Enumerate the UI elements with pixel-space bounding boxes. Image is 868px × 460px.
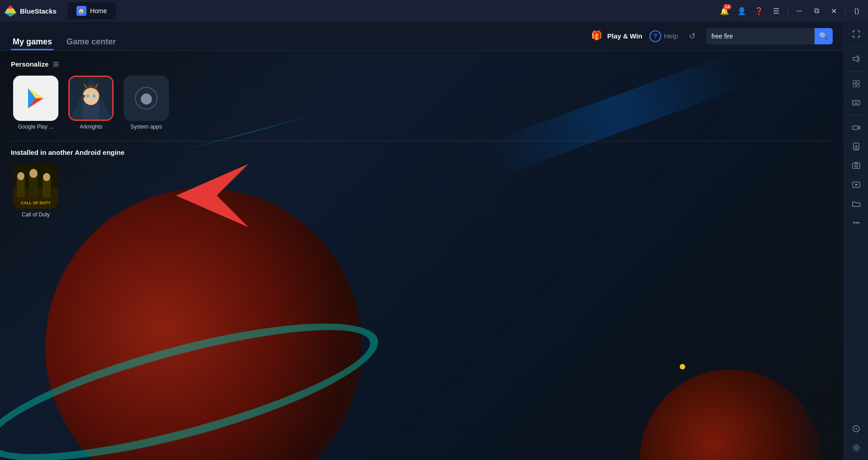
call-of-duty-icon-svg: CALL OF DUTY xyxy=(13,163,58,209)
bg-planet-ring xyxy=(0,296,390,460)
topbar-tabs: My games Game center xyxy=(11,22,129,50)
help-button[interactable]: ❓ xyxy=(751,3,767,19)
home-tab[interactable]: 🏠 Home xyxy=(67,2,116,19)
play-win-label: Play & Win xyxy=(607,32,642,40)
svg-text:CALL OF DUTY: CALL OF DUTY xyxy=(21,201,51,205)
play-win-button[interactable]: 🎁 Play & Win xyxy=(591,30,642,43)
game-item-call-of-duty[interactable]: CALL OF DUTY Call of Duty xyxy=(11,163,61,218)
game-icon-arknights xyxy=(68,76,114,121)
games-grid: Google Play ... xyxy=(11,76,171,130)
select-icon xyxy=(852,80,860,88)
game-item-system-apps[interactable]: ⬤ System apps xyxy=(121,76,171,130)
svg-rect-45 xyxy=(855,162,858,163)
games-section: Google Play ... xyxy=(11,76,171,134)
settings-sidebar-button[interactable] xyxy=(848,439,865,456)
svg-point-20 xyxy=(17,172,24,180)
keyboard-sidebar-button[interactable] xyxy=(848,94,865,111)
other-android-label: Installed in another Android engine xyxy=(11,149,124,156)
svg-rect-32 xyxy=(853,101,860,105)
search-button[interactable]: 🔍 xyxy=(815,28,833,44)
minimize-button[interactable]: ─ xyxy=(792,3,807,19)
help-info-button[interactable]: ? Help xyxy=(649,30,678,42)
refresh-button[interactable]: ↺ xyxy=(685,29,699,43)
bg-yellow-dot xyxy=(680,364,685,369)
gear-icon xyxy=(852,444,860,452)
help-label: Help xyxy=(664,32,678,40)
game-icon-system-apps: ⬤ xyxy=(124,76,169,121)
svg-rect-29 xyxy=(857,81,859,83)
folder-icon xyxy=(852,200,860,208)
svg-point-48 xyxy=(853,222,855,224)
tab-game-center[interactable]: Game center xyxy=(65,22,118,50)
svg-point-22 xyxy=(29,169,38,178)
folder-sidebar-button[interactable] xyxy=(848,195,865,212)
app-logo[interactable]: BlueStacks xyxy=(4,4,57,18)
google-play-icon xyxy=(24,86,48,110)
svg-rect-31 xyxy=(857,84,859,87)
game-label-call-of-duty: Call of Duty xyxy=(22,211,50,218)
expand-arrows-icon xyxy=(852,30,860,38)
svg-point-14 xyxy=(93,95,95,98)
home-tab-label: Home xyxy=(90,7,107,14)
search-input[interactable] xyxy=(706,33,815,40)
bg-blue-stripe xyxy=(483,51,751,177)
svg-point-53 xyxy=(855,446,858,449)
camera-sidebar-button[interactable] xyxy=(848,119,865,136)
select-sidebar-button[interactable] xyxy=(848,75,865,92)
svg-rect-28 xyxy=(853,81,856,83)
svg-text:?: ? xyxy=(855,427,858,431)
restore-button[interactable]: ⧉ xyxy=(809,3,824,19)
game-label-arknights: Arknights xyxy=(80,124,102,130)
svg-point-50 xyxy=(858,222,859,224)
svg-rect-38 xyxy=(853,126,858,129)
game-icon-google-play xyxy=(13,76,58,121)
game-item-google-play[interactable]: Google Play ... xyxy=(11,76,61,130)
page-content: Personalize ⊞ xyxy=(0,51,844,460)
account-button[interactable]: 👤 xyxy=(734,3,749,19)
expand-sidebar-button[interactable] xyxy=(848,25,865,43)
camera-icon xyxy=(852,124,860,132)
notification-button[interactable]: 🔔 14 xyxy=(717,3,732,19)
more-sidebar-button[interactable] xyxy=(848,214,865,231)
system-apps-circle-icon: ⬤ xyxy=(135,87,157,110)
svg-point-13 xyxy=(86,95,89,98)
svg-rect-30 xyxy=(853,84,856,87)
topbar-actions: 🎁 Play & Win ? Help ↺ 🔍 xyxy=(591,28,833,44)
svg-point-44 xyxy=(855,164,858,167)
personalize-icon[interactable]: ⊞ xyxy=(53,60,59,68)
close-button[interactable]: ✕ xyxy=(826,3,841,19)
help-circle-icon: ? xyxy=(649,30,661,42)
help-circle-sidebar-icon: ? xyxy=(852,425,860,433)
content-area: My games Game center 🎁 Play & Win ? Help… xyxy=(0,22,844,460)
video-icon xyxy=(852,181,860,189)
svg-point-49 xyxy=(855,222,857,224)
game-label-google-play: Google Play ... xyxy=(18,124,54,130)
svg-point-24 xyxy=(43,173,50,181)
svg-rect-43 xyxy=(853,163,860,168)
search-box: 🔍 xyxy=(706,28,833,44)
bluestacks-logo-icon xyxy=(4,4,17,18)
game-item-arknights[interactable]: Arknights xyxy=(66,76,116,130)
other-android-section-header: Installed in another Android engine xyxy=(11,149,833,156)
tab-my-games[interactable]: My games xyxy=(11,22,54,50)
volume-sidebar-button[interactable] xyxy=(848,50,865,67)
menu-button[interactable]: ☰ xyxy=(768,3,784,19)
apk-sidebar-button[interactable] xyxy=(848,138,865,155)
video-sidebar-button[interactable] xyxy=(848,176,865,193)
svg-marker-4 xyxy=(5,9,16,13)
bg-line1 xyxy=(183,115,315,151)
keyboard-icon xyxy=(852,99,860,107)
game-label-system-apps: System apps xyxy=(130,124,162,130)
volume-icon xyxy=(852,55,860,63)
screenshot-sidebar-button[interactable] xyxy=(848,157,865,174)
sidebar-sep-1 xyxy=(849,46,863,47)
notification-badge: 14 xyxy=(723,4,731,10)
topbar: My games Game center 🎁 Play & Win ? Help… xyxy=(0,22,844,51)
titlebar-controls: 🔔 14 👤 ❓ ☰ ─ ⧉ ✕ ⟨⟩ xyxy=(717,3,864,19)
right-sidebar: ? xyxy=(844,22,868,460)
bg-planet-secondary xyxy=(640,369,821,460)
section-divider xyxy=(11,141,833,141)
personalize-label: Personalize xyxy=(11,60,48,68)
expand-titlebar-button[interactable]: ⟨⟩ xyxy=(849,3,864,19)
help-sidebar-button[interactable]: ? xyxy=(848,420,865,437)
